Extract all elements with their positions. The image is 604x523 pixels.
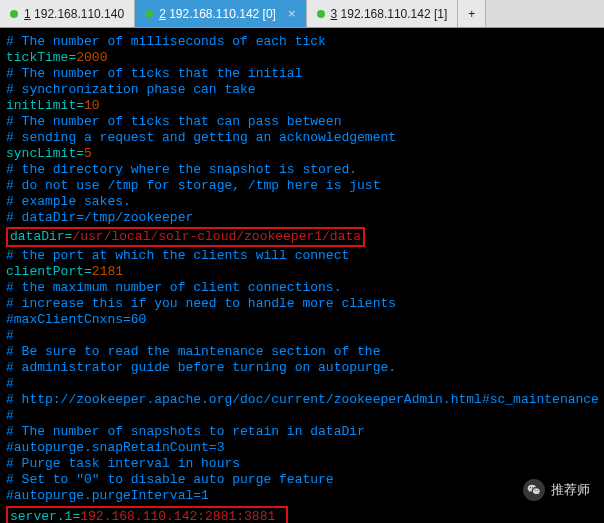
comment: # the port at which the clients will con… [6, 248, 349, 263]
tab-bar: 1 192.168.110.140 2 192.168.110.142 [0] … [0, 0, 604, 28]
config-value: 10 [84, 98, 100, 113]
comment: # administrator guide before turning on … [6, 360, 396, 375]
comment: # do not use /tmp for storage, /tmp here… [6, 178, 380, 193]
config-value: 2000 [76, 50, 107, 65]
tab-label: 192.168.110.140 [34, 7, 124, 21]
comment: # Purge task interval in hours [6, 456, 240, 471]
close-icon[interactable]: × [288, 7, 296, 20]
comment: # example sakes. [6, 194, 131, 209]
comment: # The number of snapshots to retain in d… [6, 424, 365, 439]
config-value: 192.168.110.142:2881:3881 [80, 509, 275, 523]
comment: #autopurge.purgeInterval=1 [6, 488, 209, 503]
plus-icon: + [468, 7, 475, 21]
status-dot-icon [10, 10, 18, 18]
comment: # the directory where the snapshot is st… [6, 162, 357, 177]
tab-2[interactable]: 2 192.168.110.142 [0] × [135, 0, 306, 27]
comment: #autopurge.snapRetainCount=3 [6, 440, 224, 455]
status-dot-icon [317, 10, 325, 18]
config-key: syncLimit [6, 146, 76, 161]
comment: # http://zookeeper.apache.org/doc/curren… [6, 392, 599, 407]
status-dot-icon [145, 10, 153, 18]
comment: # [6, 328, 14, 343]
comment: # sending a request and getting an ackno… [6, 130, 396, 145]
config-key: dataDir [10, 229, 65, 244]
highlight-servers: server.1=192.168.110.142:2881:3881 serve… [6, 506, 288, 523]
tab-1[interactable]: 1 192.168.110.140 [0, 0, 135, 27]
comment: # the maximum number of client connectio… [6, 280, 341, 295]
tab-index: 3 [331, 7, 338, 21]
add-tab-button[interactable]: + [458, 0, 486, 27]
tab-3[interactable]: 3 192.168.110.142 [1] [307, 0, 459, 27]
tab-label: 192.168.110.142 [0] [169, 7, 276, 21]
comment: # The number of milliseconds of each tic… [6, 34, 326, 49]
terminal-content[interactable]: # The number of milliseconds of each tic… [0, 28, 604, 523]
comment: # Be sure to read the maintenance sectio… [6, 344, 380, 359]
config-value: 2181 [92, 264, 123, 279]
comment: # synchronization phase can take [6, 82, 256, 97]
config-key: clientPort [6, 264, 84, 279]
config-key: initLimit [6, 98, 76, 113]
config-key: server.1 [10, 509, 72, 523]
tab-index: 2 [159, 7, 166, 21]
highlight-datadir: dataDir=/usr/local/solr-cloud/zookeeper1… [6, 227, 365, 247]
wechat-icon [523, 479, 545, 501]
watermark-label: 推荐师 [551, 481, 590, 499]
comment: #maxClientCnxns=60 [6, 312, 146, 327]
comment: # The number of ticks that the initial [6, 66, 302, 81]
config-value: 5 [84, 146, 92, 161]
tab-label: 192.168.110.142 [1] [341, 7, 448, 21]
tab-index: 1 [24, 7, 31, 21]
comment: # increase this if you need to handle mo… [6, 296, 396, 311]
comment: # Set to "0" to disable auto purge featu… [6, 472, 334, 487]
config-key: tickTime [6, 50, 68, 65]
comment: # [6, 408, 14, 423]
comment: # dataDir=/tmp/zookeeper [6, 210, 193, 225]
config-value: /usr/local/solr-cloud/zookeeper1/data [72, 229, 361, 244]
watermark: 推荐师 [523, 479, 590, 501]
comment: # The number of ticks that can pass betw… [6, 114, 341, 129]
comment: # [6, 376, 14, 391]
